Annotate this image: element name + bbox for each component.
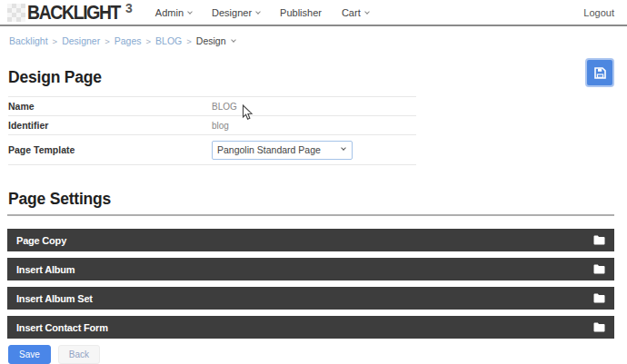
chevron-down-icon (187, 9, 193, 15)
folder-icon (593, 293, 605, 303)
top-nav-bar: BACKLIGHT 3 Admin Designer Publisher Car… (0, 0, 627, 26)
save-button[interactable]: Save (8, 345, 51, 364)
accordion-label: Insert Album (16, 264, 75, 275)
logout-link[interactable]: Logout (583, 7, 614, 18)
folder-icon (593, 322, 605, 332)
menu-item-publisher[interactable]: Publisher (270, 7, 332, 18)
folder-icon (593, 235, 605, 245)
main-menu: Admin Designer Publisher Cart (145, 7, 379, 18)
name-label: Name (8, 101, 212, 112)
backlight-logo[interactable]: BACKLIGHT 3 (7, 2, 140, 24)
menu-item-admin[interactable]: Admin (145, 7, 202, 18)
page-form: Name BLOG Identifier blog Page Template … (8, 96, 416, 165)
accordion-insert-album[interactable]: Insert Album (7, 258, 614, 280)
form-row-name: Name BLOG (8, 97, 416, 116)
breadcrumb-link-designer[interactable]: Designer (62, 35, 100, 46)
accordion-label: Insert Album Set (16, 293, 93, 304)
section-divider (7, 214, 614, 216)
chevron-down-icon (364, 9, 370, 15)
breadcrumb: Backlight > Designer > Pages > BLOG > De… (9, 35, 627, 46)
menu-item-label: Admin (155, 7, 184, 18)
page-template-select[interactable]: Pangolin Standard Page (212, 141, 353, 160)
form-actions: Save Back (8, 345, 627, 364)
chevron-down-icon (255, 9, 261, 15)
form-row-page-template: Page Template Pangolin Standard Page (8, 135, 416, 165)
identifier-label: Identifier (8, 120, 212, 131)
name-field[interactable]: BLOG (212, 102, 237, 112)
breadcrumb-separator: > (146, 36, 152, 46)
breadcrumb-link-backlight[interactable]: Backlight (9, 35, 48, 46)
section-title: Page Settings (8, 190, 627, 209)
accordion-label: Page Copy (16, 235, 66, 246)
menu-item-label: Publisher (280, 7, 322, 18)
chevron-down-icon (231, 37, 236, 43)
page-template-label: Page Template (8, 144, 212, 155)
page-title: Design Page (8, 68, 627, 87)
form-row-identifier: Identifier blog (8, 116, 416, 135)
accordion-label: Insert Contact Form (16, 322, 108, 333)
folder-icon (593, 264, 605, 274)
accordion-page-copy[interactable]: Page Copy (7, 229, 614, 251)
breadcrumb-current-label: Design (196, 35, 226, 46)
menu-item-label: Designer (212, 7, 252, 18)
back-button[interactable]: Back (58, 345, 100, 364)
floppy-disk-icon (593, 66, 607, 80)
page-template-select-wrap: Pangolin Standard Page (212, 141, 353, 160)
logo-version: 3 (125, 1, 133, 15)
breadcrumb-current-design[interactable]: Design (196, 35, 235, 46)
breadcrumb-link-pages[interactable]: Pages (114, 35, 142, 46)
accordion-insert-contact-form[interactable]: Insert Contact Form (7, 316, 614, 339)
breadcrumb-separator: > (53, 36, 58, 46)
identifier-field[interactable]: blog (212, 121, 229, 131)
menu-item-cart[interactable]: Cart (332, 7, 379, 18)
checkerboard-logo-icon (7, 4, 25, 22)
breadcrumb-separator: > (104, 36, 110, 46)
accordion-insert-album-set[interactable]: Insert Album Set (7, 287, 614, 310)
save-icon-button[interactable] (585, 58, 614, 87)
page-settings-accordions: Page Copy Insert Album Insert Album Set … (7, 229, 614, 339)
breadcrumb-link-blog[interactable]: BLOG (155, 35, 182, 46)
app-window: BACKLIGHT 3 Admin Designer Publisher Car… (0, 0, 627, 364)
menu-item-label: Cart (342, 7, 361, 18)
menu-item-designer[interactable]: Designer (202, 7, 270, 18)
logo-text: BACKLIGHT (27, 2, 120, 24)
breadcrumb-separator: > (186, 36, 192, 46)
